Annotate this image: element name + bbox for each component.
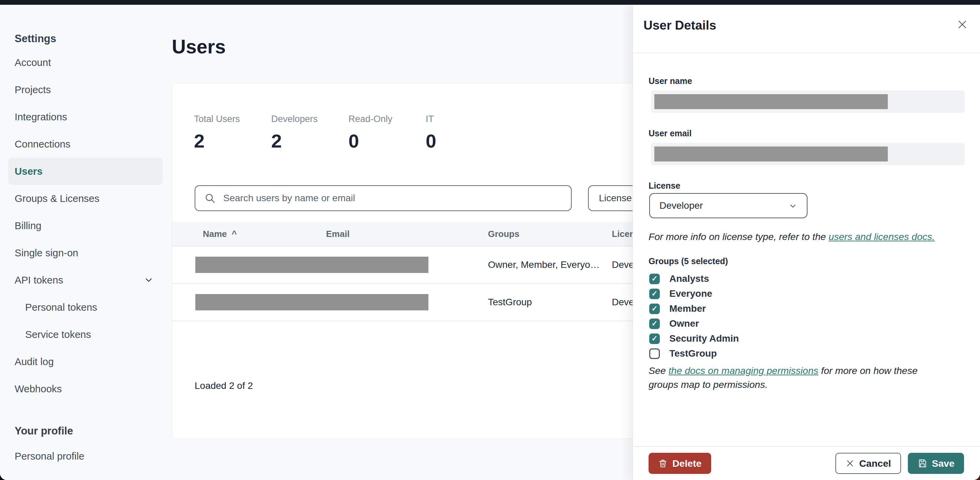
sort-asc-icon: ^	[232, 229, 237, 239]
group-checkbox-testgroup[interactable]: ✓ TestGroup	[649, 346, 739, 361]
column-header-email: Email	[326, 222, 350, 246]
user-search	[195, 185, 572, 211]
user-name-label: User name	[649, 76, 692, 86]
settings-sidebar: Settings Account Projects Integrations C…	[0, 5, 172, 480]
checkbox-icon: ✓	[649, 288, 660, 299]
chevron-down-icon	[788, 201, 797, 210]
close-icon	[846, 459, 854, 468]
stat-total-users: Total Users 2	[194, 114, 271, 152]
close-icon[interactable]	[956, 18, 969, 31]
trash-icon	[658, 459, 668, 468]
stat-it: IT 0	[426, 114, 503, 152]
groups-label: Groups (5 selected)	[649, 256, 728, 266]
users-licenses-docs-link[interactable]: users and licenses docs.	[829, 231, 935, 242]
redacted-name-email	[195, 294, 428, 310]
license-note: For more info on license type, refer to …	[649, 230, 948, 244]
group-checkbox-member[interactable]: ✓ Member	[649, 301, 739, 316]
drawer-footer: Delete Cancel Save	[633, 446, 980, 480]
checkbox-icon: ✓	[649, 304, 660, 314]
drawer-header: User Details	[633, 5, 980, 53]
sidebar-item-groups-licenses[interactable]: Groups & Licenses	[8, 185, 163, 212]
redacted-name-email	[195, 257, 428, 273]
license-select[interactable]: Developer	[649, 193, 808, 218]
chevron-down-icon	[143, 275, 154, 285]
app-window: Settings Account Projects Integrations C…	[0, 0, 980, 480]
managing-permissions-docs-link[interactable]: the docs on managing permissions	[669, 365, 818, 376]
column-header-name[interactable]: Name ^	[203, 222, 237, 246]
user-details-drawer: User Details User name User email Licens…	[633, 5, 980, 480]
group-checkbox-security-admin[interactable]: ✓ Security Admin	[649, 331, 739, 346]
sidebar-item-projects[interactable]: Projects	[8, 76, 163, 103]
sidebar-item-personal-tokens[interactable]: Personal tokens	[8, 294, 163, 321]
delete-button[interactable]: Delete	[649, 453, 711, 474]
sidebar-nav: Account Projects Integrations Connection…	[8, 49, 172, 402]
checkbox-icon: ✓	[649, 333, 660, 344]
sidebar-item-audit-log[interactable]: Audit log	[8, 348, 163, 375]
top-bar	[0, 0, 980, 5]
checkbox-icon: ✓	[649, 349, 660, 359]
drawer-title: User Details	[643, 18, 716, 33]
redacted-user-name	[654, 94, 888, 109]
sidebar-item-personal-profile[interactable]: Personal profile	[8, 443, 163, 470]
license-label: License	[649, 181, 680, 191]
sidebar-item-service-tokens[interactable]: Service tokens	[8, 321, 163, 348]
sidebar-item-billing[interactable]: Billing	[8, 212, 163, 239]
sidebar-item-connections[interactable]: Connections	[8, 130, 163, 158]
stat-read-only: Read-Only 0	[348, 114, 426, 152]
sidebar-section-title: Settings	[8, 33, 172, 45]
sidebar-item-single-sign-on[interactable]: Single sign-on	[8, 239, 163, 266]
user-stats: Total Users 2 Developers 2 Read-Only 0 I…	[194, 114, 503, 152]
sidebar-item-webhooks[interactable]: Webhooks	[8, 375, 163, 402]
cell-groups: Owner, Member, Everyo…	[488, 246, 600, 283]
redacted-user-email	[654, 147, 888, 162]
sidebar-item-integrations[interactable]: Integrations	[8, 103, 163, 130]
user-email-field[interactable]	[651, 143, 965, 165]
group-checkbox-owner[interactable]: ✓ Owner	[649, 316, 739, 331]
user-name-field[interactable]	[651, 90, 965, 113]
stat-developers: Developers 2	[271, 114, 348, 152]
column-header-groups: Groups	[488, 222, 519, 246]
save-icon	[917, 459, 927, 468]
sidebar-profile-section-title: Your profile	[8, 425, 172, 437]
group-checkbox-analysts[interactable]: ✓ Analysts	[649, 271, 739, 286]
sidebar-item-users[interactable]: Users	[8, 158, 163, 185]
checkbox-icon: ✓	[649, 318, 660, 329]
sidebar-item-account[interactable]: Account	[8, 49, 163, 76]
search-icon	[204, 192, 216, 204]
user-email-label: User email	[649, 128, 692, 138]
group-checkbox-everyone[interactable]: ✓ Everyone	[649, 286, 739, 301]
save-button[interactable]: Save	[908, 453, 964, 474]
search-input[interactable]	[223, 192, 571, 204]
cell-groups: TestGroup	[488, 284, 532, 320]
groups-checkbox-list: ✓ Analysts ✓ Everyone ✓ Member ✓ Owner ✓…	[649, 271, 739, 361]
checkbox-icon: ✓	[649, 274, 660, 284]
cancel-button[interactable]: Cancel	[835, 453, 901, 474]
load-status: Loaded 2 of 2	[195, 380, 253, 391]
sidebar-item-api-tokens[interactable]: API tokens	[8, 266, 163, 294]
permissions-note: See the docs on managing permissions for…	[649, 364, 948, 391]
